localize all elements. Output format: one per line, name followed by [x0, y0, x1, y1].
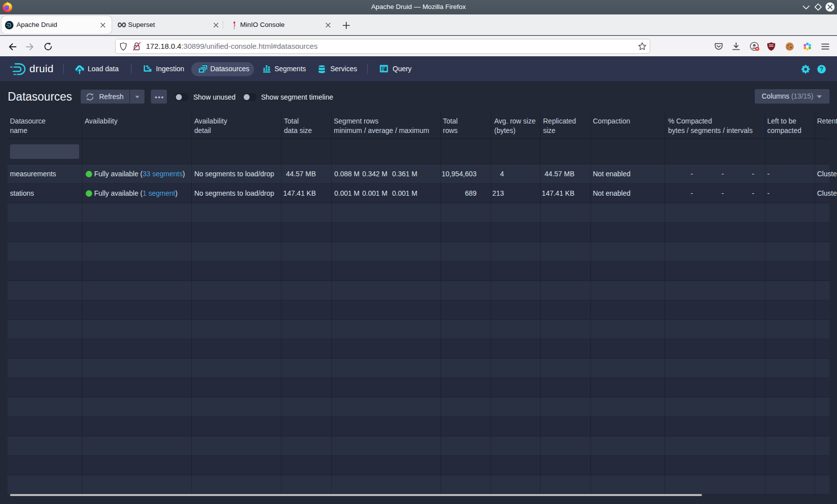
- svg-text:?: ?: [820, 66, 823, 73]
